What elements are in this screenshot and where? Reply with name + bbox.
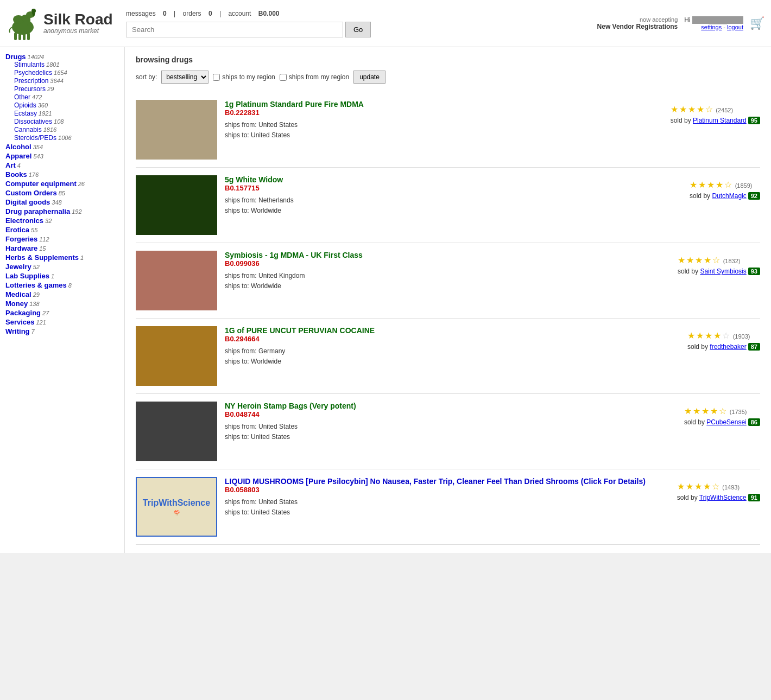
- product-image[interactable]: [136, 326, 217, 386]
- sidebar-category-count: 52: [33, 264, 40, 270]
- product-title[interactable]: 5g White Widow: [225, 175, 283, 184]
- ships-from-region-checkbox[interactable]: [280, 74, 287, 81]
- sidebar-category-link[interactable]: Money: [5, 300, 28, 308]
- update-button[interactable]: update: [353, 71, 386, 84]
- sidebar-subcategory-link[interactable]: Dissociatives: [14, 118, 52, 125]
- sort-select[interactable]: bestselling: [161, 71, 208, 84]
- sidebar-category: Apparel543: [5, 152, 119, 160]
- sidebar-category-count: 27: [42, 310, 49, 316]
- product-title[interactable]: LIQUID MUSHROOMS [Pure Psilocybin] No Na…: [225, 477, 646, 486]
- sidebar-category-link[interactable]: Custom Orders: [5, 189, 57, 197]
- account-nav[interactable]: account B0.000: [228, 10, 279, 17]
- seller-link[interactable]: Platinum Standard: [693, 117, 747, 124]
- product-image[interactable]: [136, 100, 217, 160]
- sidebar-category: Herbs & Supplements1: [5, 253, 119, 262]
- product-meta: ★★★★☆ (1832)sold by Saint Symbiosis93: [678, 251, 760, 291]
- new-vendor-text: now accepting: [597, 16, 678, 23]
- sidebar-category-link[interactable]: Writing: [5, 327, 30, 335]
- ships-to-region-checkbox[interactable]: [213, 74, 220, 81]
- content-area: browsing drugs sort by: bestselling ship…: [125, 47, 771, 553]
- product-ships: ships from: United Statesships to: Unite…: [225, 497, 677, 518]
- seller-badge: 86: [748, 418, 760, 426]
- sidebar-category-link[interactable]: Jewelry: [5, 263, 31, 271]
- product-stars: ★★★★☆ (2452): [671, 104, 760, 114]
- sidebar-category-link[interactable]: Medical: [5, 290, 31, 298]
- logout-link[interactable]: logout: [727, 24, 743, 30]
- sidebar-subcategory-count: 1801: [46, 61, 59, 68]
- sidebar-category-count: 32: [45, 218, 52, 224]
- sidebar-subcategory-link[interactable]: Cannabis: [14, 126, 42, 133]
- sidebar-category-count: 121: [36, 319, 46, 326]
- sidebar-category: Lab Supplies1: [5, 272, 119, 280]
- product-title[interactable]: 1G of PURE UNCUT PERUVIAN COCAINE: [225, 326, 375, 335]
- username-redacted: ████: [692, 16, 743, 24]
- messages-nav[interactable]: messages 0: [126, 10, 168, 17]
- sort-bar: sort by: bestselling ships to my region …: [136, 71, 760, 84]
- search-input[interactable]: [126, 22, 343, 37]
- sidebar-category-link[interactable]: Packaging: [5, 309, 41, 317]
- sidebar-subcategory-link[interactable]: Steroids/PEDs: [14, 134, 56, 142]
- sidebar-subcategory: Steroids/PEDs1006: [14, 134, 119, 142]
- product-item: 1G of PURE UNCUT PERUVIAN COCAINEB0.2946…: [136, 319, 760, 394]
- product-title[interactable]: 1g Platinum Standard Pure Fire MDMA: [225, 100, 364, 109]
- site-subtitle: anonymous market: [43, 27, 113, 35]
- sidebar-category: Digital goods348: [5, 198, 119, 206]
- sidebar-category-link[interactable]: Drugs: [5, 53, 26, 61]
- seller-link[interactable]: DutchMagic: [712, 192, 746, 200]
- product-seller: sold by DutchMagic92: [690, 192, 760, 200]
- settings-link[interactable]: settings: [701, 24, 722, 30]
- sidebar-subcategory-link[interactable]: Opioids: [14, 101, 36, 109]
- seller-link[interactable]: Saint Symbiosis: [700, 268, 746, 275]
- seller-link[interactable]: PCubeSensei: [706, 418, 746, 426]
- sidebar-category-link[interactable]: Lotteries & games: [5, 281, 67, 289]
- sidebar-category-link[interactable]: Digital goods: [5, 198, 50, 206]
- ships-to-region-label[interactable]: ships to my region: [213, 73, 275, 81]
- sidebar-subcategory-link[interactable]: Prescription: [14, 77, 48, 85]
- sidebar-category-count: 7: [31, 328, 35, 335]
- product-ships: ships from: United Statesships to: Unite…: [225, 422, 684, 442]
- sidebar-category: Medical29: [5, 290, 119, 298]
- search-button[interactable]: Go: [345, 22, 371, 37]
- sidebar-category-link[interactable]: Lab Supplies: [5, 272, 49, 280]
- sidebar-category-count: 85: [59, 190, 65, 196]
- product-image[interactable]: [136, 175, 217, 235]
- product-right: LIQUID MUSHROOMS [Pure Psilocybin] No Na…: [225, 477, 760, 518]
- sidebar-subcategory-link[interactable]: Stimulants: [14, 61, 45, 68]
- product-image[interactable]: [136, 402, 217, 461]
- seller-link[interactable]: fredthebaker: [710, 343, 746, 351]
- product-meta: ★★★★☆ (1493)sold by TripWithScience91: [677, 477, 760, 518]
- product-price: B0.099036: [225, 259, 678, 268]
- sidebar-category-link[interactable]: Apparel: [5, 152, 31, 160]
- orders-nav[interactable]: orders 0: [183, 10, 214, 17]
- browsing-title: browsing drugs: [136, 55, 760, 64]
- product-stars: ★★★★☆ (1903): [687, 330, 760, 341]
- product-seller: sold by fredthebaker87: [687, 343, 760, 351]
- sidebar-subcategory-link[interactable]: Precursors: [14, 85, 46, 93]
- sidebar-category-link[interactable]: Services: [5, 318, 35, 326]
- sidebar-category: Forgeries112: [5, 235, 119, 243]
- sidebar-subcategory-link[interactable]: Ecstasy: [14, 110, 37, 117]
- sidebar-category-link[interactable]: Herbs & Supplements: [5, 253, 79, 262]
- seller-link[interactable]: TripWithScience: [699, 494, 747, 501]
- sidebar-category-link[interactable]: Electronics: [5, 217, 43, 225]
- sidebar-category-link[interactable]: Art: [5, 161, 16, 169]
- sidebar-category-link[interactable]: Hardware: [5, 244, 37, 252]
- sidebar-subcategory-link[interactable]: Psychedelics: [14, 69, 52, 77]
- header-right: now accepting New Vendor Registrations H…: [597, 16, 764, 30]
- sidebar-category-link[interactable]: Alcohol: [5, 143, 31, 151]
- sidebar-subcategory-link[interactable]: Other: [14, 93, 30, 101]
- sidebar-category-link[interactable]: Erotica: [5, 226, 29, 234]
- sidebar-category-link[interactable]: Drug paraphernalia: [5, 207, 70, 215]
- cart-icon[interactable]: 🛒: [750, 16, 764, 30]
- sidebar-category: Erotica55: [5, 226, 119, 234]
- product-image[interactable]: [136, 251, 217, 310]
- sidebar-category-link[interactable]: Books: [5, 170, 27, 179]
- product-title[interactable]: NY Heroin Stamp Bags (Very potent): [225, 402, 356, 410]
- sidebar-subcategory-count: 360: [38, 102, 48, 109]
- product-title[interactable]: Symbiosis - 1g MDMA - UK First Class: [225, 251, 363, 259]
- new-vendor-label[interactable]: New Vendor Registrations: [597, 23, 678, 30]
- ships-from-region-label[interactable]: ships from my region: [280, 73, 349, 81]
- product-image[interactable]: TripWithScience 🍄: [136, 477, 217, 537]
- sidebar-category-link[interactable]: Forgeries: [5, 235, 37, 243]
- sidebar-category-link[interactable]: Computer equipment: [5, 180, 77, 188]
